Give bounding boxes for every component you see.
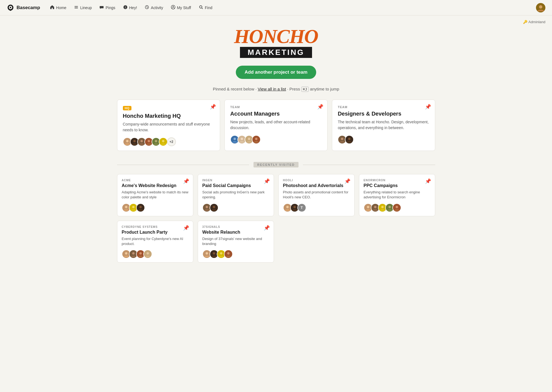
- recent-card-hooli[interactable]: 📌 HOOLI Photoshoot and Advertorials Phot…: [278, 174, 355, 216]
- svg-point-42: [205, 206, 208, 208]
- nav-activity[interactable]: Activity: [141, 3, 166, 12]
- svg-point-60: [125, 252, 127, 255]
- project-description: Adapting Acme's website to match its new…: [122, 190, 189, 200]
- pin-icon-gray: 📌: [425, 178, 431, 184]
- brand-logo-link[interactable]: Basecamp: [7, 4, 40, 12]
- project-description: Everything related to search engine adve…: [364, 190, 430, 200]
- pin-icon: 📌: [317, 104, 323, 110]
- avatar: [159, 137, 168, 146]
- recent-card-ingen[interactable]: 📌 INGEN Paid Social Campaigns Social ads…: [198, 174, 274, 216]
- card-avatars: [230, 135, 322, 144]
- svg-point-38: [132, 206, 134, 208]
- project-title: Paid Social Campaigns: [202, 183, 269, 188]
- svg-point-58: [395, 206, 398, 208]
- card-description: The technical team at Honcho. Design, de…: [338, 119, 429, 131]
- nav-pings[interactable]: Pings: [96, 3, 118, 12]
- card-title: Honcho Marketing HQ: [123, 113, 214, 119]
- svg-point-18: [147, 140, 150, 142]
- svg-point-16: [140, 140, 143, 142]
- card-title: Designers & Developers: [338, 110, 429, 117]
- card-title: Account Managers: [230, 110, 322, 117]
- nav-home[interactable]: Home: [47, 3, 70, 12]
- pin-icon: 📌: [210, 104, 216, 110]
- subtitle-text-before: Pinned & recent below ·: [213, 87, 258, 91]
- project-description: Design of 37signals' new website and bra…: [202, 236, 269, 246]
- card-avatars: [202, 250, 269, 258]
- avatar-t: T: [297, 203, 306, 212]
- svg-rect-3: [75, 8, 78, 9]
- svg-point-14: [133, 140, 136, 142]
- project-company: INGEN: [202, 179, 269, 182]
- view-all-link[interactable]: View all in a list: [258, 87, 286, 91]
- svg-point-50: [367, 206, 369, 208]
- project-title: Product Launch Party: [122, 230, 189, 235]
- basecamp-logo-icon: [7, 4, 14, 12]
- project-company: ACME: [122, 179, 189, 182]
- svg-point-46: [286, 206, 289, 208]
- recent-card-37signals[interactable]: 📌 37SIGNALS Website Relaunch Design of 3…: [198, 221, 274, 263]
- svg-point-74: [227, 252, 229, 255]
- svg-point-28: [248, 138, 250, 140]
- svg-point-66: [146, 252, 149, 255]
- nav-mystuff[interactable]: My Stuff: [168, 3, 194, 12]
- card-description: New projects, leads, and other account-r…: [230, 119, 322, 131]
- svg-point-34: [348, 138, 351, 140]
- home-icon: [50, 5, 54, 10]
- project-description: Social ads promoting InGen's new park op…: [202, 190, 269, 200]
- pings-icon: [99, 5, 104, 10]
- recent-projects-grid: 📌 ACME Acme's Website Redesign Adapting …: [117, 174, 435, 263]
- company-name-marketing: MARKETING: [240, 47, 312, 58]
- recent-card-acme[interactable]: 📌 ACME Acme's Website Redesign Adapting …: [117, 174, 193, 216]
- card-hq[interactable]: 📌 HQ Honcho Marketing HQ Company-wide an…: [117, 100, 220, 151]
- nav-links: Home Lineup Pings Hey! Activity: [47, 3, 536, 12]
- svg-point-0: [10, 7, 11, 8]
- project-title: Acme's Website Redesign: [122, 183, 189, 188]
- hq-badge: HQ: [123, 106, 132, 110]
- subtitle-row: Pinned & recent below · View all in a li…: [117, 87, 435, 92]
- svg-point-54: [381, 206, 384, 208]
- add-project-button[interactable]: Add another project or team: [236, 66, 316, 79]
- activity-icon: [145, 5, 149, 10]
- pin-icon-gray: 📌: [264, 225, 270, 231]
- card-avatars: [122, 203, 189, 212]
- subtitle-text-after: anytime to jump: [309, 87, 339, 91]
- team-label: TEAM: [230, 105, 322, 109]
- recent-card-cyberdyne[interactable]: 📌 CYBERDYNE SYSTEMS Product Launch Party…: [117, 221, 193, 263]
- svg-point-24: [233, 138, 236, 140]
- nav-find[interactable]: Find: [196, 3, 216, 12]
- svg-point-44: [213, 206, 215, 208]
- keyboard-shortcut: ⌘J: [301, 87, 309, 92]
- pin-icon-gray: 📌: [344, 178, 350, 184]
- svg-point-26: [241, 138, 243, 140]
- recent-card-enormicron[interactable]: 📌 ENORMICRON PPC Campaigns Everything re…: [359, 174, 435, 216]
- project-title: Website Relaunch: [202, 230, 269, 235]
- hey-icon: [123, 5, 128, 10]
- svg-point-62: [132, 252, 134, 255]
- company-name-honcho: HONCHO: [117, 26, 435, 46]
- user-avatar[interactable]: [536, 3, 545, 12]
- svg-point-22: [162, 140, 164, 142]
- card-avatars: [338, 135, 429, 144]
- subtitle-text-middle: · Press: [286, 87, 301, 91]
- pin-icon-gray: 📌: [183, 178, 189, 184]
- project-company: 37SIGNALS: [202, 225, 269, 228]
- main-content: HONCHO MARKETING Add another project or …: [110, 15, 442, 279]
- adminland-link[interactable]: 🔑 Adminland: [523, 20, 545, 24]
- svg-point-48: [293, 206, 296, 208]
- nav-hey[interactable]: Hey!: [120, 3, 141, 12]
- svg-point-72: [220, 252, 222, 255]
- svg-point-7: [199, 6, 202, 8]
- svg-rect-2: [75, 7, 78, 7]
- nav-lineup[interactable]: Lineup: [71, 3, 95, 12]
- brand-name: Basecamp: [17, 5, 40, 10]
- svg-point-52: [374, 206, 376, 208]
- svg-point-30: [255, 138, 257, 140]
- mystuff-icon: [171, 5, 175, 10]
- card-account-managers[interactable]: 📌 TEAM Account Managers New projects, le…: [225, 100, 327, 151]
- recently-visited-divider: RECENTLY VISITED: [117, 162, 435, 167]
- card-avatars: T: [283, 203, 350, 212]
- svg-point-12: [126, 140, 128, 142]
- card-avatars: [202, 203, 269, 212]
- card-designers-developers[interactable]: 📌 TEAM Designers & Developers The techni…: [332, 100, 435, 151]
- project-company: CYBERDYNE SYSTEMS: [122, 225, 189, 228]
